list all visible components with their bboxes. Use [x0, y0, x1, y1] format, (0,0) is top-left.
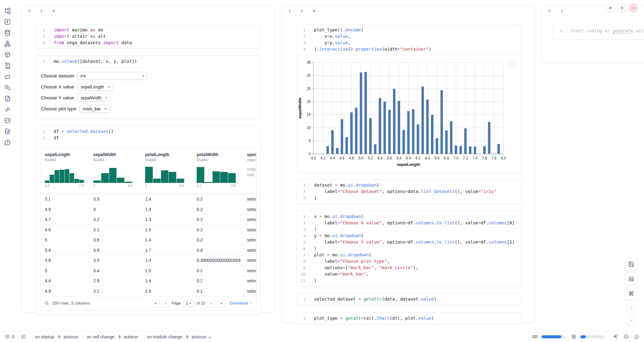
bot-icon[interactable]: [4, 73, 11, 80]
table-row[interactable]: 4.63.11.50.2setosa: [40, 225, 256, 235]
error-indicator[interactable]: 0: [5, 334, 14, 339]
dropdown-choose-y-value[interactable]: sepalWidth: [77, 94, 111, 102]
table-cell: setosa: [242, 237, 256, 242]
code-placeholder[interactable]: Start coding or generate with AI: [567, 28, 644, 34]
copilot-icon[interactable]: [623, 334, 629, 340]
run-button[interactable]: [626, 315, 636, 326]
chart-menu-button[interactable]: [509, 60, 517, 67]
bar-chart[interactable]: 4.04.24.44.64.85.05.25.45.65.86.06.26.46…: [296, 55, 521, 172]
table-cell: 1.4: [141, 197, 192, 201]
menu-icon[interactable]: [606, 4, 615, 12]
table-row[interactable]: 53.61.40.2setosa: [40, 235, 256, 245]
stop-button[interactable]: [626, 303, 636, 313]
generate-link[interactable]: generate: [613, 28, 633, 33]
code-text: plot_type().encode(: [310, 27, 521, 33]
package-icon[interactable]: [4, 51, 11, 58]
code-editor[interactable]: 1plot_type = getattr(alt.Chart(df), plot…: [296, 313, 521, 324]
function-square-icon[interactable]: [4, 18, 11, 25]
code-editor[interactable]: 1mo.vstack([dataset, x, y, plot]): [36, 56, 260, 67]
table-cell: 4.7: [40, 217, 89, 222]
table-cell: 3.1: [89, 227, 141, 232]
close-icon[interactable]: [629, 4, 638, 12]
page-label: Page: [172, 301, 181, 305]
table-cell: 4.9: [40, 289, 89, 294]
save-button[interactable]: [624, 258, 638, 271]
fold-chevron-icon[interactable]: [306, 182, 310, 188]
prev-page-button[interactable]: ‹: [162, 299, 170, 307]
runtime-setting[interactable]: on startup:autorun: [35, 334, 78, 339]
dropdown-choose-plot-type[interactable]: mark_bar: [79, 105, 110, 113]
table-row[interactable]: 4.93.11.50.1setosa: [40, 286, 256, 296]
add-cell-icon[interactable]: [51, 8, 56, 14]
fold-chevron-icon[interactable]: [306, 233, 310, 239]
fold-spacer: [45, 128, 49, 135]
fold-chevron-icon[interactable]: [306, 252, 310, 258]
first-page-button[interactable]: «: [152, 299, 159, 307]
column-header-petalLength[interactable]: petalLengthfloat6416.9: [141, 148, 192, 194]
code-cell-dataset: 1dataset = mo.ui.dropdown(2 label="Choos…: [296, 179, 521, 204]
notebook-pen-icon[interactable]: [4, 128, 11, 135]
dropdown-choose-x-value[interactable]: sepalLength: [77, 83, 113, 91]
empty-code-cell[interactable]: 1 Start coding or generate with AI: [553, 22, 644, 40]
column-header-sepalWidth[interactable]: sepalWidthfloat6424.4: [89, 148, 141, 194]
file-tree-icon[interactable]: [4, 7, 11, 14]
scroll-icon[interactable]: [4, 62, 11, 69]
search-icon[interactable]: [45, 301, 49, 305]
code-box-icon[interactable]: [4, 117, 11, 124]
runtime-setting[interactable]: on module change:autorun: [147, 334, 212, 339]
column-header-petalWidth[interactable]: petalWidthfloat640.12.5: [192, 148, 242, 194]
line-number: 2: [36, 33, 45, 40]
next-page-button[interactable]: ›: [207, 299, 215, 307]
code-editor[interactable]: 1x = mo.ui.dropdown(2 label="Choose X va…: [296, 211, 521, 286]
table-row[interactable]: 53.41.50.2setosa: [40, 265, 256, 276]
chevron-left-icon[interactable]: [27, 8, 32, 14]
table-row[interactable]: 4.42.91.40.2setosa: [40, 276, 256, 286]
chevron-left-icon[interactable]: [287, 8, 292, 14]
table-row[interactable]: 4.63.41.40.30000000000000004setosa: [40, 255, 256, 265]
chevron-right-icon[interactable]: [299, 8, 305, 14]
file-text-icon[interactable]: [4, 95, 11, 102]
connection-status-icon[interactable]: [634, 334, 639, 339]
code-editor[interactable]: 1selected_dataset = getattr(data, datase…: [296, 294, 521, 305]
fold-spacer: [45, 33, 49, 40]
layout-button[interactable]: [624, 272, 638, 286]
dropdown-choose-dataset[interactable]: iris: [77, 72, 147, 80]
message-question-icon[interactable]: [4, 139, 11, 146]
error-count: 0: [12, 334, 14, 339]
table-row[interactable]: 4.73.21.30.2setosa: [40, 214, 256, 225]
table-cell: 5.1: [40, 197, 89, 201]
terminal-button[interactable]: [21, 334, 27, 340]
code-editor[interactable]: 1import marimo as mo2import altair as al…: [36, 24, 260, 48]
page-select[interactable]: 1: [183, 300, 194, 306]
column-header-species[interactable]: speciesobjectuniquenulls:: [242, 148, 256, 194]
code-editor[interactable]: 1dataset = mo.ui.dropdown(2 label="Choos…: [296, 180, 521, 204]
chevron-right-icon[interactable]: [39, 8, 44, 14]
workflow-icon[interactable]: [4, 40, 11, 47]
gear-icon[interactable]: [618, 4, 626, 12]
chevron-right-icon[interactable]: [559, 8, 564, 14]
database-icon[interactable]: [4, 29, 11, 36]
column-header-sepalLength[interactable]: sepalLengthfloat644.37.9: [40, 148, 89, 194]
runtime-setting[interactable]: on cell change:autorun: [87, 334, 138, 339]
line-number: 1: [36, 128, 45, 135]
notebook-column-3: 1 Start coding or generate with AI: [542, 5, 644, 63]
add-cell-icon[interactable]: [311, 8, 317, 14]
activity-icon[interactable]: [4, 106, 11, 113]
list-search-icon[interactable]: [4, 84, 11, 91]
code-line: 1dataset = mo.ui.dropdown(: [296, 182, 521, 188]
dataframe-table[interactable]: sepalLengthfloat644.37.9sepalWidthfloat6…: [40, 148, 256, 310]
chevron-left-icon[interactable]: [547, 8, 552, 14]
fold-chevron-icon[interactable]: [306, 213, 310, 220]
table-row[interactable]: 5.43.91.70.4setosa: [40, 245, 256, 255]
table-row[interactable]: 5.13.51.40.2setosa: [40, 194, 256, 204]
command-palette-button[interactable]: ⌘: [624, 287, 638, 300]
download-button[interactable]: Download: [230, 301, 252, 305]
table-row[interactable]: 4.931.40.2setosa: [40, 204, 256, 215]
code-editor[interactable]: 1plot_type().encode(2 x=x.value,3 y=y.va…: [296, 24, 521, 55]
code-editor[interactable]: 1df = selected_dataset()2df: [36, 126, 260, 144]
svg-text:10: 10: [307, 126, 311, 130]
divider: [142, 334, 143, 340]
sparkles-icon[interactable]: [613, 334, 618, 340]
last-page-button[interactable]: »: [217, 299, 225, 307]
fold-chevron-icon[interactable]: [306, 27, 310, 33]
